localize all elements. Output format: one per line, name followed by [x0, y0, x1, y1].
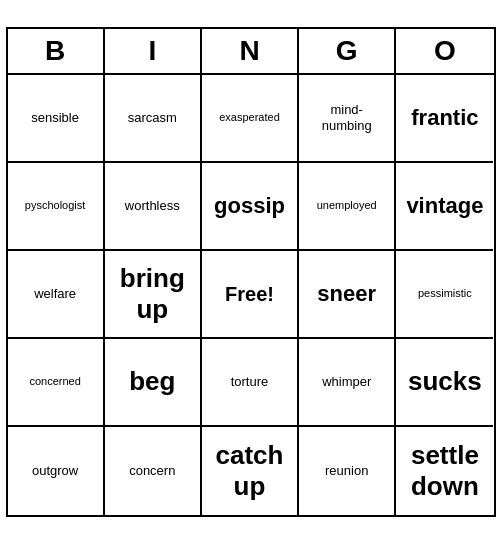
- header-letter-i: I: [105, 29, 202, 73]
- cell-text-3: mind-numbing: [322, 102, 372, 133]
- cell-text-15: concerned: [29, 375, 80, 388]
- bingo-cell-11: bringup: [105, 251, 202, 339]
- bingo-cell-17: torture: [202, 339, 299, 427]
- bingo-cell-24: settledown: [396, 427, 493, 515]
- bingo-cell-15: concerned: [8, 339, 105, 427]
- cell-text-13: sneer: [317, 281, 376, 307]
- cell-text-14: pessimistic: [418, 287, 472, 300]
- bingo-header: BINGO: [8, 29, 494, 75]
- cell-text-23: reunion: [325, 463, 368, 479]
- cell-text-22: catchup: [216, 440, 284, 502]
- bingo-cell-12: Free!: [202, 251, 299, 339]
- bingo-cell-2: exasperated: [202, 75, 299, 163]
- cell-text-4: frantic: [411, 105, 478, 131]
- cell-text-6: worthless: [125, 198, 180, 214]
- cell-text-7: gossip: [214, 193, 285, 219]
- cell-text-10: welfare: [34, 286, 76, 302]
- cell-text-16: beg: [129, 366, 175, 397]
- bingo-cell-7: gossip: [202, 163, 299, 251]
- bingo-cell-6: worthless: [105, 163, 202, 251]
- bingo-cell-0: sensible: [8, 75, 105, 163]
- cell-text-1: sarcasm: [128, 110, 177, 126]
- header-letter-b: B: [8, 29, 105, 73]
- cell-text-17: torture: [231, 374, 269, 390]
- bingo-cell-21: concern: [105, 427, 202, 515]
- bingo-cell-22: catchup: [202, 427, 299, 515]
- bingo-cell-18: whimper: [299, 339, 396, 427]
- header-letter-n: N: [202, 29, 299, 73]
- cell-text-24: settledown: [411, 440, 479, 502]
- bingo-cell-4: frantic: [396, 75, 493, 163]
- cell-text-2: exasperated: [219, 111, 280, 124]
- cell-text-8: unemployed: [317, 199, 377, 212]
- cell-text-11: bringup: [120, 263, 185, 325]
- bingo-cell-23: reunion: [299, 427, 396, 515]
- cell-text-5: pyschologist: [25, 199, 86, 212]
- header-letter-o: O: [396, 29, 493, 73]
- cell-text-18: whimper: [322, 374, 371, 390]
- bingo-cell-13: sneer: [299, 251, 396, 339]
- bingo-grid: sensiblesarcasmexasperatedmind-numbingfr…: [8, 75, 494, 515]
- bingo-cell-19: sucks: [396, 339, 493, 427]
- header-letter-g: G: [299, 29, 396, 73]
- cell-text-20: outgrow: [32, 463, 78, 479]
- bingo-cell-9: vintage: [396, 163, 493, 251]
- bingo-cell-10: welfare: [8, 251, 105, 339]
- cell-text-0: sensible: [31, 110, 79, 126]
- bingo-cell-16: beg: [105, 339, 202, 427]
- bingo-cell-1: sarcasm: [105, 75, 202, 163]
- cell-text-21: concern: [129, 463, 175, 479]
- bingo-cell-14: pessimistic: [396, 251, 493, 339]
- cell-text-12: Free!: [225, 282, 274, 306]
- cell-text-19: sucks: [408, 366, 482, 397]
- bingo-cell-8: unemployed: [299, 163, 396, 251]
- bingo-cell-5: pyschologist: [8, 163, 105, 251]
- bingo-cell-3: mind-numbing: [299, 75, 396, 163]
- bingo-cell-20: outgrow: [8, 427, 105, 515]
- bingo-card: BINGO sensiblesarcasmexasperatedmind-num…: [6, 27, 496, 517]
- cell-text-9: vintage: [406, 193, 483, 219]
